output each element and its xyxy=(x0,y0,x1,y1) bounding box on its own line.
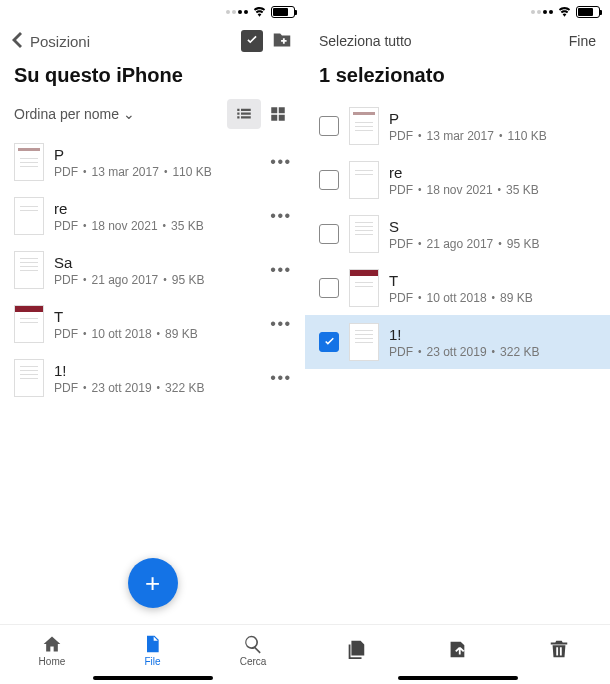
back-label[interactable]: Posizioni xyxy=(30,33,90,50)
file-thumbnail xyxy=(14,251,44,289)
list-item[interactable]: PPDF • 13 mar 2017 • 110 KB••• xyxy=(0,135,305,189)
file-thumbnail xyxy=(349,161,379,199)
status-bar xyxy=(0,0,305,22)
battery-icon xyxy=(271,6,295,18)
battery-icon xyxy=(576,6,600,18)
selection-title: 1 selezionato xyxy=(305,60,610,95)
pane-left: Posizioni Su questo iPhone Ordina per no… xyxy=(0,0,305,684)
wifi-icon xyxy=(252,3,267,21)
trash-icon[interactable] xyxy=(548,638,570,664)
checkbox[interactable] xyxy=(319,224,339,244)
file-meta: PDF • 13 mar 2017 • 110 KB xyxy=(54,165,257,179)
more-icon[interactable]: ••• xyxy=(267,315,295,333)
list-item[interactable]: SaPDF • 21 ago 2017 • 95 KB••• xyxy=(0,243,305,297)
file-name: P xyxy=(54,146,257,163)
sort-row: Ordina per nome ⌄ xyxy=(0,95,305,135)
file-meta: PDF • 23 ott 2019 • 322 KB xyxy=(54,381,257,395)
add-fab-button[interactable]: + xyxy=(128,558,178,608)
file-meta: PDF • 21 ago 2017 • 95 KB xyxy=(54,273,257,287)
more-icon[interactable]: ••• xyxy=(267,153,295,171)
file-thumbnail xyxy=(349,107,379,145)
tab-home[interactable]: Home xyxy=(39,634,66,667)
back-chevron-icon[interactable] xyxy=(12,32,22,51)
checkbox[interactable] xyxy=(319,278,339,298)
file-info: PPDF • 13 mar 2017 • 110 KB xyxy=(54,146,257,179)
file-name: T xyxy=(389,272,600,289)
select-all-button[interactable]: Seleziona tutto xyxy=(319,33,412,49)
file-meta: PDF • 21 ago 2017 • 95 KB xyxy=(389,237,600,251)
file-thumbnail xyxy=(14,359,44,397)
file-thumbnail xyxy=(349,215,379,253)
checkbox[interactable] xyxy=(319,116,339,136)
file-meta: PDF • 18 nov 2021 • 35 KB xyxy=(54,219,257,233)
status-bar xyxy=(305,0,610,22)
file-meta: PDF • 10 ott 2018 • 89 KB xyxy=(54,327,257,341)
file-thumbnail xyxy=(14,143,44,181)
file-name: T xyxy=(54,308,257,325)
file-meta: PDF • 13 mar 2017 • 110 KB xyxy=(389,129,600,143)
home-indicator xyxy=(93,676,213,680)
file-list-select: PPDF • 13 mar 2017 • 110 KBrePDF • 18 no… xyxy=(305,95,610,624)
file-info: TPDF • 10 ott 2018 • 89 KB xyxy=(54,308,257,341)
list-view-button[interactable] xyxy=(227,99,261,129)
file-list: PPDF • 13 mar 2017 • 110 KB•••rePDF • 18… xyxy=(0,135,305,624)
file-name: Sa xyxy=(54,254,257,271)
selection-toolbar xyxy=(305,624,610,684)
file-name: S xyxy=(389,218,600,235)
file-name: 1! xyxy=(54,362,257,379)
file-meta: PDF • 23 ott 2019 • 322 KB xyxy=(389,345,600,359)
new-folder-icon[interactable] xyxy=(271,29,293,54)
list-item[interactable]: PPDF • 13 mar 2017 • 110 KB xyxy=(305,99,610,153)
signal-icon xyxy=(226,10,248,14)
file-thumbnail xyxy=(14,305,44,343)
file-name: P xyxy=(389,110,600,127)
file-name: 1! xyxy=(389,326,600,343)
file-name: re xyxy=(54,200,257,217)
file-info: rePDF • 18 nov 2021 • 35 KB xyxy=(389,164,600,197)
file-info: 1!PDF • 23 ott 2019 • 322 KB xyxy=(54,362,257,395)
done-button[interactable]: Fine xyxy=(569,33,596,49)
file-meta: PDF • 10 ott 2018 • 89 KB xyxy=(389,291,600,305)
sort-button[interactable]: Ordina per nome ⌄ xyxy=(14,106,135,122)
list-item[interactable]: TPDF • 10 ott 2018 • 89 KB••• xyxy=(0,297,305,351)
chevron-down-icon: ⌄ xyxy=(123,106,135,122)
file-info: PPDF • 13 mar 2017 • 110 KB xyxy=(389,110,600,143)
more-icon[interactable]: ••• xyxy=(267,261,295,279)
tab-file[interactable]: File xyxy=(142,634,162,667)
tab-search[interactable]: Cerca xyxy=(240,634,267,667)
tab-label: Cerca xyxy=(240,656,267,667)
page-title: Su questo iPhone xyxy=(0,60,305,95)
wifi-icon xyxy=(557,3,572,21)
file-info: 1!PDF • 23 ott 2019 • 322 KB xyxy=(389,326,600,359)
pane-right: Seleziona tutto Fine 1 selezionato PPDF … xyxy=(305,0,610,684)
checkbox[interactable] xyxy=(319,170,339,190)
file-meta: PDF • 18 nov 2021 • 35 KB xyxy=(389,183,600,197)
list-item[interactable]: 1!PDF • 23 ott 2019 • 322 KB xyxy=(305,315,610,369)
more-icon[interactable]: ••• xyxy=(267,207,295,225)
file-info: rePDF • 18 nov 2021 • 35 KB xyxy=(54,200,257,233)
nav-bar: Posizioni xyxy=(0,22,305,60)
home-indicator xyxy=(398,676,518,680)
signal-icon xyxy=(531,10,553,14)
list-item[interactable]: rePDF • 18 nov 2021 • 35 KB••• xyxy=(0,189,305,243)
more-icon[interactable]: ••• xyxy=(267,369,295,387)
selection-nav: Seleziona tutto Fine xyxy=(305,22,610,60)
grid-view-button[interactable] xyxy=(261,99,295,129)
tab-label: Home xyxy=(39,656,66,667)
file-info: TPDF • 10 ott 2018 • 89 KB xyxy=(389,272,600,305)
copy-icon[interactable] xyxy=(345,638,367,664)
tab-bar: Home File Cerca xyxy=(0,624,305,684)
file-thumbnail xyxy=(349,323,379,361)
share-icon[interactable] xyxy=(446,638,468,664)
checkbox[interactable] xyxy=(319,332,339,352)
list-item[interactable]: SPDF • 21 ago 2017 • 95 KB xyxy=(305,207,610,261)
file-info: SaPDF • 21 ago 2017 • 95 KB xyxy=(54,254,257,287)
tab-label: File xyxy=(144,656,160,667)
file-info: SPDF • 21 ago 2017 • 95 KB xyxy=(389,218,600,251)
list-item[interactable]: rePDF • 18 nov 2021 • 35 KB xyxy=(305,153,610,207)
file-name: re xyxy=(389,164,600,181)
list-item[interactable]: TPDF • 10 ott 2018 • 89 KB xyxy=(305,261,610,315)
select-mode-icon[interactable] xyxy=(241,30,263,52)
file-thumbnail xyxy=(14,197,44,235)
list-item[interactable]: 1!PDF • 23 ott 2019 • 322 KB••• xyxy=(0,351,305,405)
